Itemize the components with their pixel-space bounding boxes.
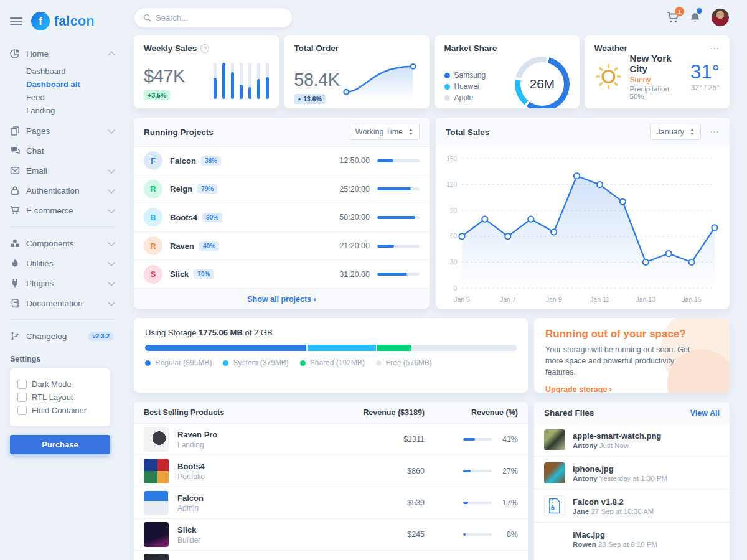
search-icon bbox=[143, 14, 151, 22]
sidebar-item-plugins[interactable]: Plugins bbox=[10, 273, 120, 293]
project-time: 21:20:00 bbox=[339, 241, 370, 250]
weather-menu-button[interactable]: ⋯ bbox=[710, 45, 720, 52]
file-meta: Jane 27 Sep at 10:30 AM bbox=[573, 508, 654, 515]
bar bbox=[214, 63, 217, 99]
products-title: Best Selling Products bbox=[144, 408, 350, 417]
product-category: Portfolio bbox=[177, 472, 350, 481]
nav-divider bbox=[10, 319, 114, 320]
weekly-sales-value: $47K bbox=[144, 66, 185, 86]
sidebar-item-label: Pages bbox=[26, 126, 103, 136]
project-pct-badge: 40% bbox=[199, 241, 219, 251]
progress-fill bbox=[377, 245, 394, 248]
sidebar-item-email[interactable]: Email bbox=[10, 161, 120, 180]
svg-text:120: 120 bbox=[446, 181, 457, 188]
total-sales-menu-button[interactable]: ⋯ bbox=[710, 129, 720, 135]
view-all-link[interactable]: View All bbox=[690, 409, 720, 418]
storage-usage-bar bbox=[145, 345, 517, 351]
search-input[interactable] bbox=[156, 13, 283, 22]
sidebar-item-changelog[interactable]: Changelogv2.3.2 bbox=[10, 326, 120, 346]
show-all-projects-link[interactable]: Show all projects › bbox=[247, 295, 316, 304]
sidebar-item-utilities[interactable]: Utilities bbox=[10, 253, 120, 273]
sidebar-item-e-commerce[interactable]: E commerce bbox=[10, 200, 120, 220]
sidebar-subitem-landing[interactable]: Landing bbox=[26, 104, 120, 117]
chevron-up-icon bbox=[108, 51, 115, 58]
checkbox[interactable] bbox=[17, 406, 27, 415]
shared-files-card: Shared Files View All apple-smart-watch.… bbox=[534, 402, 730, 560]
svg-text:60: 60 bbox=[450, 233, 458, 240]
sidebar-submenu: DashboardDashboard altFeedLanding bbox=[26, 65, 120, 117]
product-pct: 27% bbox=[498, 467, 518, 475]
project-time: 12:50:00 bbox=[339, 156, 370, 165]
setting-dark-mode[interactable]: Dark Mode bbox=[17, 380, 103, 389]
bar bbox=[231, 63, 234, 99]
list-item[interactable]: iphone.jpgAntony Yesterday at 1:30 PM bbox=[534, 456, 730, 489]
sidebar-subitem-dashboard-alt[interactable]: Dashboard alt bbox=[26, 78, 120, 91]
legend-item-apple: Apple bbox=[444, 93, 486, 102]
bar-fill bbox=[214, 78, 217, 99]
weather-city: New York City bbox=[630, 53, 684, 74]
sidebar-item-label: E commerce bbox=[26, 206, 103, 215]
month-select[interactable]: January bbox=[650, 124, 701, 140]
sidebar-item-chat[interactable]: Chat bbox=[10, 141, 120, 161]
bar-fill bbox=[257, 79, 260, 99]
search-box[interactable] bbox=[134, 7, 293, 28]
bar bbox=[248, 63, 251, 99]
notifications-button[interactable] bbox=[689, 12, 701, 24]
bar-fill bbox=[248, 87, 251, 99]
caret-up-icon bbox=[298, 98, 301, 100]
list-item[interactable]: apple-smart-watch.pngAntony Just Now bbox=[534, 424, 730, 456]
chevron-down-icon bbox=[108, 299, 115, 306]
progress-fill bbox=[463, 438, 475, 441]
setting-fluid-container[interactable]: Fluid Container bbox=[17, 406, 103, 415]
sidebar-item-label: Components bbox=[26, 239, 103, 248]
svg-text:Jan 5: Jan 5 bbox=[454, 296, 470, 303]
total-order-value: 58.4K bbox=[294, 70, 339, 90]
help-icon[interactable]: ? bbox=[200, 44, 209, 53]
book-icon bbox=[10, 298, 20, 308]
working-time-select[interactable]: Working Time bbox=[349, 124, 420, 140]
file-thumbnail bbox=[544, 462, 565, 483]
market-share-center-value: 26M bbox=[530, 77, 555, 91]
user-avatar[interactable] bbox=[711, 8, 730, 27]
list-item[interactable]: iMac.jpgRowen 23 Sep at 6:10 PM bbox=[534, 522, 730, 555]
purchase-button[interactable]: Purchase bbox=[10, 435, 110, 454]
upgrade-space-card: Running out of your space? Your storage … bbox=[534, 318, 730, 393]
progress-fill bbox=[463, 502, 468, 504]
checkbox[interactable] bbox=[17, 393, 27, 402]
cart-button[interactable]: 1 bbox=[667, 11, 679, 24]
product-thumbnail bbox=[144, 554, 169, 560]
chevron-down-icon bbox=[108, 126, 115, 133]
setting-rtl-layout[interactable]: RTL Layout bbox=[17, 393, 103, 402]
product-revenue: $245 bbox=[350, 530, 425, 539]
sort-arrows-icon bbox=[690, 129, 694, 135]
sidebar-item-label: Utilities bbox=[26, 259, 103, 268]
upgrade-storage-link[interactable]: Upgrade storage › bbox=[545, 385, 612, 393]
shared-files-title: Shared Files bbox=[544, 408, 594, 418]
sidebar-item-pages[interactable]: Pages bbox=[10, 121, 120, 141]
storage-segment-system bbox=[308, 345, 376, 351]
checkbox[interactable] bbox=[17, 380, 27, 389]
sidebar-subitem-dashboard[interactable]: Dashboard bbox=[26, 65, 120, 78]
project-progress-bar bbox=[377, 216, 420, 219]
sidebar-item-components[interactable]: Components bbox=[10, 233, 120, 253]
project-time: 58:20:00 bbox=[339, 213, 370, 222]
product-revenue-pct: 27% bbox=[425, 467, 518, 475]
main-content: 1 Weekly Sales ? $47K +3.5% bbox=[120, 0, 747, 560]
revenue-column-header: Revenue ($3189) bbox=[350, 408, 425, 417]
product-info: Raven ProLanding bbox=[177, 430, 350, 449]
brand-logo[interactable]: f falcon bbox=[31, 12, 95, 30]
progress-fill bbox=[377, 216, 415, 219]
sidebar-item-authentication[interactable]: Authentication bbox=[10, 180, 120, 200]
sidebar-item-label: Chat bbox=[26, 146, 114, 156]
hamburger-menu-icon[interactable] bbox=[10, 13, 22, 29]
sidebar-item-home[interactable]: Home bbox=[10, 44, 120, 63]
chevron-down-icon bbox=[108, 206, 115, 213]
project-progress-bar bbox=[377, 187, 420, 190]
sidebar-subitem-feed[interactable]: Feed bbox=[26, 91, 120, 104]
product-thumbnail bbox=[144, 490, 169, 515]
tables-row: Best Selling Products Revenue ($3189) Re… bbox=[134, 402, 730, 560]
chevron-down-icon bbox=[108, 279, 115, 286]
list-item[interactable]: Falcon v1.8.2Jane 27 Sep at 10:30 AM bbox=[534, 489, 730, 522]
sidebar-item-documentation[interactable]: Documentation bbox=[10, 293, 120, 313]
progress-fill bbox=[377, 187, 411, 190]
